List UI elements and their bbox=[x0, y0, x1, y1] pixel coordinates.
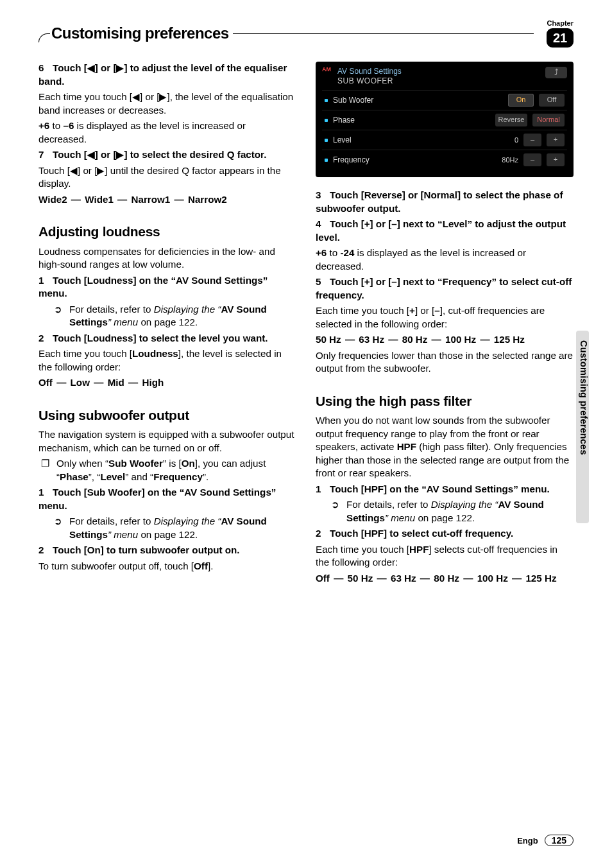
note-icon: ❐ bbox=[38, 457, 51, 483]
hpf-ref-text: For details, refer to Displaying the “AV… bbox=[346, 498, 574, 525]
step-3: 3Touch [Reverse] or [Normal] to select t… bbox=[316, 189, 574, 215]
page-header: Customising preferences bbox=[38, 24, 574, 42]
section-hpf: Using the high pass filter bbox=[316, 392, 574, 410]
step-6-heading-text: Touch [◀] or [▶] to adjust the level of … bbox=[38, 62, 287, 87]
row-frequency: Frequency 80Hz – + bbox=[322, 150, 567, 169]
step-6-body1: Each time you touch [◀] or [▶], the leve… bbox=[38, 91, 296, 117]
opt-wide1: Wide1 bbox=[85, 194, 114, 205]
level-plus-button[interactable]: + bbox=[547, 134, 565, 146]
loudness-ref: ➲ For details, refer to Displaying the “… bbox=[38, 303, 296, 329]
hpf-step1: 1Touch [HPF] on the “AV Sound Settings” … bbox=[316, 483, 574, 496]
sub-step2-text: Touch [On] to turn subwoofer output on. bbox=[53, 544, 240, 555]
chapter-tag: Chapter 21 bbox=[547, 19, 574, 48]
step-5: 5Touch [+] or [–] next to “Frequency” to… bbox=[316, 275, 574, 302]
freq-minus-button[interactable]: – bbox=[523, 153, 541, 166]
q-factor-options: Wide2 — Wide1 — Narrow1 — Narrow2 bbox=[38, 193, 296, 207]
ui-title2: SUB WOOFER bbox=[337, 76, 402, 86]
row-subwoofer-label: Sub Woofer bbox=[333, 95, 503, 105]
step-5-tail: Only frequencies lower than those in the… bbox=[316, 349, 574, 376]
hpf-ref: ➲ For details, refer to Displaying the “… bbox=[316, 498, 574, 525]
minus6: –6 bbox=[63, 120, 74, 131]
frequency-value: 80Hz bbox=[495, 155, 518, 165]
ui-header: AM AV Sound Settings SUB WOOFER ⤴ bbox=[322, 65, 567, 90]
sub-ref-text: For details, refer to Displaying the “AV… bbox=[69, 515, 296, 541]
loudness-step1: 1Touch [Loudness] on the “AV Sound Setti… bbox=[38, 274, 296, 300]
hpf-step1-text: Touch [HPF] on the “AV Sound Settings” m… bbox=[330, 483, 550, 494]
step-3-text: Touch [Reverse] or [Normal] to select th… bbox=[316, 189, 563, 214]
am-badge: AM bbox=[322, 67, 331, 73]
phase-reverse-button[interactable]: Reverse bbox=[495, 114, 527, 126]
header-rule-left bbox=[38, 33, 50, 42]
footer-page-number: 125 bbox=[545, 835, 574, 846]
hpf-step2-text: Touch [HPF] to select cut-off frequency. bbox=[330, 528, 513, 539]
opt-wide2: Wide2 bbox=[38, 194, 67, 205]
loudness-step1-text: Touch [Loudness] on the “AV Sound Settin… bbox=[38, 275, 268, 299]
loudness-options: Off — Low — Mid — High bbox=[38, 376, 296, 390]
right-column: AM AV Sound Settings SUB WOOFER ⤴ Sub Wo… bbox=[316, 62, 574, 587]
hpf-step2: 2Touch [HPF] to select cut-off frequency… bbox=[316, 527, 574, 541]
arrow-icon: ➲ bbox=[331, 498, 341, 525]
phase-normal-button[interactable]: Normal bbox=[532, 114, 565, 126]
row-level-label: Level bbox=[333, 135, 490, 145]
header-rule-mid bbox=[233, 33, 534, 42]
step-4-body: +6 to -24 is displayed as the level is i… bbox=[316, 247, 574, 273]
side-tab: Customising preferences bbox=[579, 340, 589, 455]
sub-step1-text: Touch [Sub Woofer] on the “AV Sound Sett… bbox=[38, 487, 276, 511]
columns: 6Touch [◀] or [▶] to adjust the level of… bbox=[38, 62, 574, 587]
step-4-text: Touch [+] or [–] next to “Level” to adju… bbox=[316, 218, 566, 243]
arrow-icon: ➲ bbox=[54, 303, 64, 329]
subwoofer-off-button[interactable]: Off bbox=[539, 94, 565, 107]
hpf-options: Off — 50 Hz — 63 Hz — 80 Hz — 100 Hz — 1… bbox=[316, 572, 574, 586]
level-minus-button[interactable]: – bbox=[523, 134, 541, 146]
sub-step2-body: To turn subwoofer output off, touch [Off… bbox=[38, 560, 296, 573]
sub-step2: 2Touch [On] to turn subwoofer output on. bbox=[38, 544, 296, 557]
hpf-intro: When you do not want low sounds from the… bbox=[316, 414, 574, 480]
section-loudness: Adjusting loudness bbox=[38, 223, 296, 241]
step-7-heading-text: Touch [◀] or [▶] to select the desired Q… bbox=[53, 149, 266, 160]
step-4: 4Touch [+] or [–] next to “Level” to adj… bbox=[316, 218, 574, 244]
sub-step1: 1Touch [Sub Woofer] on the “AV Sound Set… bbox=[38, 486, 296, 512]
left-column: 6Touch [◀] or [▶] to adjust the level of… bbox=[38, 62, 296, 587]
row-subwoofer: Sub Woofer On Off bbox=[322, 90, 567, 110]
step-6-heading: 6Touch [◀] or [▶] to adjust the level of… bbox=[38, 62, 296, 88]
opt-narrow1: Narrow1 bbox=[132, 194, 171, 205]
loudness-ref-text: For details, refer to Displaying the “AV… bbox=[69, 303, 296, 329]
section-subwoofer: Using subwoofer output bbox=[38, 406, 296, 424]
chapter-number: 21 bbox=[547, 28, 574, 48]
subwoofer-screenshot: AM AV Sound Settings SUB WOOFER ⤴ Sub Wo… bbox=[316, 62, 574, 177]
to-text: to bbox=[49, 120, 63, 131]
row-phase-label: Phase bbox=[333, 115, 490, 125]
back-button[interactable]: ⤴ bbox=[545, 67, 567, 78]
subwoofer-on-button[interactable]: On bbox=[508, 94, 534, 107]
row-phase: Phase Reverse Normal bbox=[322, 110, 567, 130]
sub-ref: ➲ For details, refer to Displaying the “… bbox=[38, 515, 296, 541]
subwoofer-note: ❐ Only when “Sub Woofer” is [On], you ca… bbox=[38, 457, 296, 483]
page-title: Customising preferences bbox=[51, 24, 229, 42]
loudness-step2-text: Touch [Loudness] to select the level you… bbox=[53, 333, 268, 343]
bullet-icon bbox=[325, 139, 328, 142]
plus6: +6 bbox=[38, 120, 49, 131]
hpf-step2-body: Each time you touch [HPF] selects cut-of… bbox=[316, 543, 574, 569]
freq-plus-button[interactable]: + bbox=[547, 153, 565, 166]
level-value: 0 bbox=[495, 135, 518, 145]
chapter-label: Chapter bbox=[547, 19, 574, 27]
subwoofer-note-text: Only when “Sub Woofer” is [On], you can … bbox=[56, 457, 296, 483]
loudness-intro: Loudness compensates for deficiencies in… bbox=[38, 245, 296, 272]
footer-lang: Engb bbox=[517, 836, 538, 846]
bullet-icon bbox=[325, 99, 328, 102]
page-footer: Engb 125 bbox=[517, 835, 574, 846]
ui-title1: AV Sound Settings bbox=[337, 67, 402, 76]
arrow-icon: ➲ bbox=[54, 515, 64, 541]
bullet-icon bbox=[325, 159, 328, 162]
subwoofer-intro: The navigation system is equipped with a… bbox=[38, 428, 296, 455]
page: Chapter 21 Customising preferences Custo… bbox=[0, 0, 612, 868]
step-7-body: Touch [◀] or [▶] until the desired Q fac… bbox=[38, 164, 296, 191]
freq-options: 50 Hz — 63 Hz — 80 Hz — 100 Hz — 125 Hz bbox=[316, 333, 574, 347]
step-6-body2: +6 to –6 is displayed as the level is in… bbox=[38, 119, 296, 146]
loudness-step2-body: Each time you touch [Loudness], the leve… bbox=[38, 347, 296, 374]
loudness-step2: 2Touch [Loudness] to select the level yo… bbox=[38, 332, 296, 345]
row-frequency-label: Frequency bbox=[333, 155, 490, 165]
opt-narrow2: Narrow2 bbox=[188, 194, 227, 205]
bullet-icon bbox=[325, 119, 328, 122]
row-level: Level 0 – + bbox=[322, 130, 567, 150]
